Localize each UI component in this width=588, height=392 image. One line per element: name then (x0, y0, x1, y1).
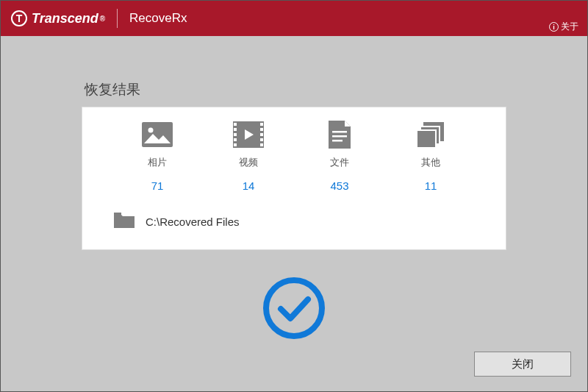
photo-icon (141, 121, 173, 149)
category-label: 视频 (239, 156, 258, 169)
category-files[interactable]: 文件 453 (323, 121, 356, 192)
category-count: 11 (425, 179, 437, 192)
svg-rect-22 (417, 131, 435, 147)
about-label: 关于 (561, 21, 578, 33)
svg-point-1 (148, 128, 154, 133)
category-videos[interactable]: 视频 14 (232, 121, 265, 192)
svg-rect-12 (260, 133, 263, 136)
category-label: 文件 (330, 156, 349, 169)
app-header: T Transcend ® RecoveRx i 关于 (1, 1, 587, 36)
other-icon (415, 121, 447, 149)
svg-rect-14 (260, 143, 263, 146)
svg-rect-5 (234, 123, 237, 126)
svg-rect-10 (260, 123, 263, 126)
svg-rect-15 (332, 131, 347, 133)
svg-rect-16 (332, 135, 347, 138)
category-label: 其他 (421, 156, 440, 169)
video-icon (232, 121, 265, 149)
close-button[interactable]: 关闭 (474, 352, 571, 377)
svg-rect-9 (234, 143, 237, 146)
brand-divider (117, 9, 118, 28)
category-count: 71 (151, 179, 164, 192)
svg-rect-6 (234, 128, 237, 131)
brand-registered: ® (100, 15, 105, 23)
main-content: 恢复结果 相片 71 (1, 36, 587, 341)
recovered-path-text: C:\Recovered Files (146, 215, 240, 228)
brand-name: Transcend (32, 11, 98, 26)
app-name: RecoveRx (129, 11, 187, 26)
svg-rect-8 (234, 138, 237, 141)
results-title: 恢复结果 (82, 80, 506, 99)
brand-logo-mark-icon: T (11, 10, 27, 26)
svg-rect-23 (114, 213, 121, 215)
file-icon (323, 121, 356, 149)
results-box: 相片 71 (82, 107, 506, 250)
category-count: 453 (330, 179, 348, 192)
folder-icon (113, 211, 135, 232)
brand: T Transcend ® RecoveRx (11, 9, 187, 28)
category-label: 相片 (148, 156, 167, 169)
info-icon: i (549, 22, 559, 32)
svg-rect-7 (234, 133, 237, 136)
svg-rect-17 (332, 140, 343, 142)
recovered-path-row[interactable]: C:\Recovered Files (112, 211, 476, 232)
category-photos[interactable]: 相片 71 (141, 121, 173, 192)
svg-rect-13 (260, 138, 263, 141)
svg-point-24 (266, 280, 322, 336)
checkmark-circle-icon (261, 275, 327, 341)
svg-rect-11 (260, 128, 263, 131)
success-mark (82, 275, 506, 341)
category-other[interactable]: 其他 11 (415, 121, 447, 192)
category-row: 相片 71 (112, 121, 476, 192)
category-count: 14 (243, 179, 255, 192)
brand-logo: T Transcend ® (11, 10, 105, 26)
about-link[interactable]: i 关于 (549, 21, 578, 33)
